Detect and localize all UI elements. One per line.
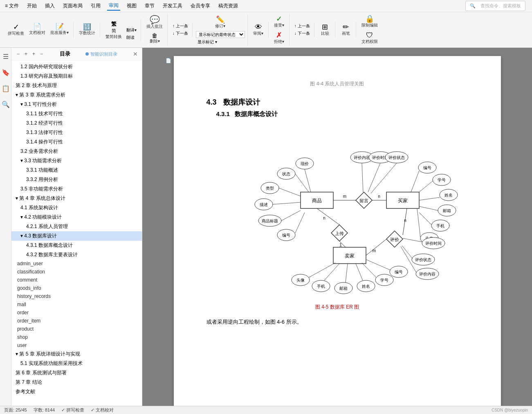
restrict-edit-button[interactable]: 🔒 限制编辑 bbox=[359, 14, 380, 29]
toc-item[interactable]: 3.3.1 功能概述 bbox=[11, 166, 142, 175]
toc-item[interactable]: 3.5 非功能需求分析 bbox=[11, 184, 142, 194]
toc-item[interactable]: 第 6 章 系统测试与部署 bbox=[11, 368, 142, 378]
menu-vip[interactable]: 会员专享 bbox=[189, 2, 212, 10]
toc-item[interactable]: 3.1.1 技术可行性 bbox=[11, 109, 142, 119]
toc-db-item[interactable]: product bbox=[11, 325, 142, 333]
doc-permissions-button[interactable]: 🛡 文档权限 bbox=[359, 30, 380, 46]
toc-db-item[interactable]: comment bbox=[11, 276, 142, 284]
toc-item[interactable]: 3.3.2 用例分析 bbox=[11, 175, 142, 184]
compare-button[interactable]: ⊞ 比较 bbox=[318, 22, 332, 38]
svg-line-50 bbox=[419, 197, 440, 200]
toc-db-item[interactable]: goods_info bbox=[11, 284, 142, 292]
toc-item[interactable]: 4.1 系统架构设计 bbox=[11, 203, 142, 213]
side-icon-search[interactable]: 🔍 bbox=[0, 99, 11, 110]
toc-db-item-user[interactable]: user bbox=[11, 341, 142, 349]
toc-item[interactable]: ▾ 第 5 章 系统详细设计与实现 bbox=[11, 349, 142, 359]
toc-item[interactable]: 4.3.1 数据库概念设计 bbox=[11, 241, 142, 250]
toc-collapse-all[interactable]: − bbox=[16, 51, 21, 57]
toc-item[interactable]: 3.1.2 经济可行性 bbox=[11, 119, 142, 128]
toc-item[interactable]: ▾ 3.3 功能需求分析 bbox=[11, 156, 142, 166]
toc-minus[interactable]: − bbox=[39, 51, 44, 57]
prev-change-button[interactable]: ↑ 上一条 bbox=[293, 23, 312, 29]
subsection-title: 数据库概念设计 bbox=[235, 110, 278, 118]
toc-close-button[interactable]: ✕ bbox=[133, 51, 138, 57]
reject-button[interactable]: ✗ 拒绝▾ bbox=[272, 30, 287, 46]
svg-line-47 bbox=[419, 181, 433, 192]
toc-db-item[interactable]: classification bbox=[11, 268, 142, 276]
insert-comment-button[interactable]: 💬 插入批注 bbox=[144, 14, 165, 31]
track-changes-button[interactable]: ✏️ 修订▾ bbox=[213, 15, 228, 30]
toc-add[interactable]: + bbox=[31, 51, 36, 57]
toc-item[interactable]: ▾ 第 4 章 系统总体设计 bbox=[11, 194, 142, 203]
toc-item[interactable]: 3.2 业务需求分析 bbox=[11, 147, 142, 156]
toc-item-active[interactable]: ▾ 4.3 数据库设计 bbox=[11, 231, 142, 241]
menu-layout[interactable]: 页面布局 bbox=[61, 2, 84, 10]
toc-item[interactable]: ▾ 4.2 功能模块设计 bbox=[11, 213, 142, 222]
menu-file[interactable]: ≡ 文件 bbox=[3, 2, 20, 10]
toc-smart-button[interactable]: 智能识别目录 bbox=[85, 51, 117, 57]
toc-item[interactable]: 参考文献 bbox=[11, 387, 142, 396]
side-icon-nav[interactable]: ☰ bbox=[1, 51, 10, 62]
doc-nav-icon[interactable]: 📄 bbox=[166, 58, 171, 63]
doc-proofing-status[interactable]: ✓ 文档校对 bbox=[91, 407, 114, 413]
svg-line-62 bbox=[362, 163, 363, 192]
prev-comment-button[interactable]: ↑ 上一条 bbox=[171, 23, 190, 29]
traditional-simple-button[interactable]: 繁 简 繁简转换 bbox=[103, 19, 124, 41]
menu-review[interactable]: 审阅 bbox=[107, 1, 120, 11]
translate-button[interactable]: 翻译▾ bbox=[125, 27, 138, 34]
toc-item[interactable]: 1.2 国内外研究现状分析 bbox=[11, 62, 142, 72]
show-markup-button[interactable]: 显示标记 ▾ bbox=[196, 39, 245, 45]
svg-text:手机: 手机 bbox=[317, 284, 325, 289]
toc-item[interactable]: 第 2 章 技术与原理 bbox=[11, 81, 142, 90]
toc-title: 目录 bbox=[60, 50, 70, 58]
doc-area[interactable]: 📄 图 4-4 系统人员管理关图 4.3 数据库设计 4.3.1 数据库概念设计… bbox=[142, 48, 532, 406]
toc-db-item[interactable]: shop bbox=[11, 333, 142, 341]
toc-expand-all[interactable]: + bbox=[23, 51, 29, 57]
toc-item[interactable]: 1.3 研究内容及预期目标 bbox=[11, 72, 142, 81]
track-display-select[interactable]: 显示标记的最终状态 bbox=[196, 31, 245, 38]
menu-chapter[interactable]: 章节 bbox=[143, 2, 156, 10]
main-layout: ☰ 🔖 📋 🔍 − + + − 目录 智能识别目录 ✕ 1.2 国内外研究现状分… bbox=[0, 48, 532, 406]
side-icon-bookmark[interactable]: 🔖 bbox=[0, 67, 11, 78]
delete-comment-button[interactable]: 🗑 删除▾ bbox=[147, 31, 162, 45]
menu-view[interactable]: 视图 bbox=[125, 2, 138, 10]
spell-check-status[interactable]: ✓ 拼写检查 bbox=[61, 407, 84, 413]
menu-devtools[interactable]: 开发工具 bbox=[161, 2, 184, 10]
toc-item[interactable]: ▾ 3.1 可行性分析 bbox=[11, 100, 142, 109]
correction-service-button[interactable]: 📝 批改服务▾ bbox=[48, 22, 71, 38]
toc-item[interactable]: 第 7 章 结论 bbox=[11, 378, 142, 387]
toc-db-item[interactable]: order_item bbox=[11, 317, 142, 325]
toolbar: ≡ 文件 开始 插入 页面布局 引用 审阅 视图 章节 开发工具 会员专享 稿壳… bbox=[0, 0, 532, 48]
next-change-button[interactable]: ↓ 下一条 bbox=[293, 30, 312, 37]
search-icon: 🔍 bbox=[468, 2, 477, 9]
search-box[interactable]: 🔍 查找命令、搜索模板 bbox=[465, 1, 525, 11]
ribbon-group-comment: 💬 插入批注 🗑 删除▾ bbox=[142, 14, 168, 45]
next-comment-button[interactable]: ↓ 下一条 bbox=[171, 30, 190, 37]
review-button[interactable]: 👁 审阅▾ bbox=[251, 22, 266, 38]
toc-db-item[interactable]: order bbox=[11, 309, 142, 317]
svg-text:评价内容: 评价内容 bbox=[419, 272, 435, 276]
svg-line-65 bbox=[368, 163, 380, 192]
draw-icon: ✏ bbox=[343, 23, 349, 31]
toc-item[interactable]: 3.1.4 操作可行性 bbox=[11, 137, 142, 147]
read-aloud-button[interactable]: 朗读 bbox=[125, 34, 138, 41]
menu-templates[interactable]: 稿壳资源 bbox=[217, 2, 240, 10]
menu-insert[interactable]: 插入 bbox=[43, 2, 56, 10]
word-count-button[interactable]: 🔢 字数统计 bbox=[77, 22, 97, 37]
toc-item[interactable]: 3.1.3 法律可行性 bbox=[11, 128, 142, 137]
toc-db-item[interactable]: history_records bbox=[11, 292, 142, 300]
toc-db-item[interactable]: mall bbox=[11, 300, 142, 309]
toc-item[interactable]: ▾ 第 3 章 系统需求分析 bbox=[11, 90, 142, 100]
spell-check-button[interactable]: ✓ 拼写检查 bbox=[6, 22, 26, 38]
menu-references[interactable]: 引用 bbox=[89, 2, 102, 10]
toc-item[interactable]: 5.1 实现系统功能所采用技术 bbox=[11, 359, 142, 368]
doc-proofing-button[interactable]: 📄 文档校对 bbox=[27, 22, 47, 38]
toc-item[interactable]: 4.3.2 数据库主要表设计 bbox=[11, 250, 142, 260]
toc-db-item[interactable]: admin_user bbox=[11, 260, 142, 268]
draw-button[interactable]: ✏ 画笔 bbox=[339, 22, 353, 38]
menu-home[interactable]: 开始 bbox=[25, 2, 38, 10]
side-icon-toc[interactable]: 📋 bbox=[0, 83, 11, 94]
svg-text:n: n bbox=[378, 194, 380, 199]
toc-item[interactable]: 4.2.1 系统人员管理 bbox=[11, 222, 142, 231]
accept-button[interactable]: ✓ 接受▾ bbox=[272, 14, 287, 29]
